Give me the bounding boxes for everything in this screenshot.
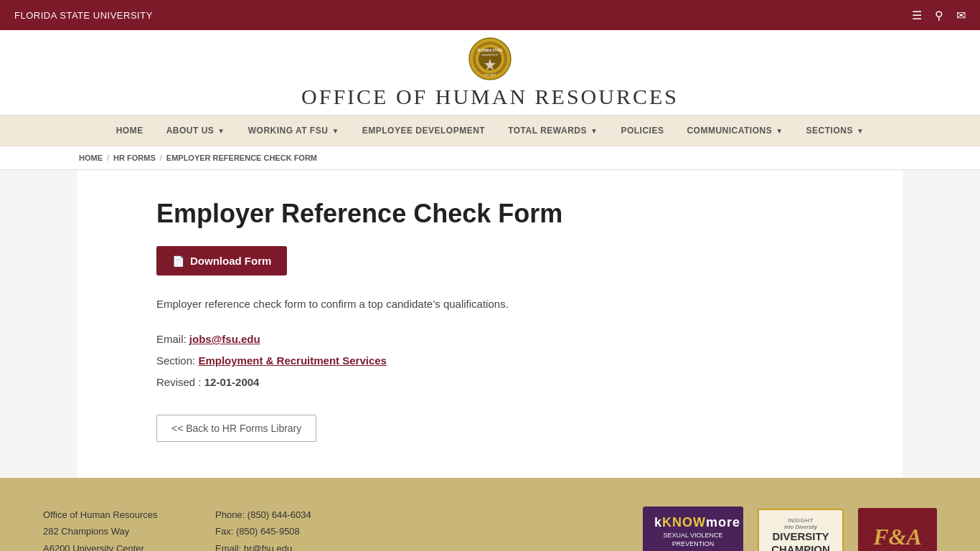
footer-phone-section: Phone: (850) 644-6034 Fax: (850) 645-950… (215, 507, 359, 551)
diversity-badge[interactable]: INSIGHT Into Diversity DIVERSITY CHAMPIO… (758, 509, 844, 551)
nav-item-communications[interactable]: COMMUNICATIONS ▼ (675, 116, 794, 146)
nav-link-communications[interactable]: COMMUNICATIONS ▼ (675, 116, 794, 146)
mail-icon[interactable]: ✉ (956, 9, 966, 22)
nav-item-working[interactable]: WORKING AT FSU ▼ (237, 116, 351, 146)
revised-label: Revised : (156, 376, 202, 388)
nav-item-about[interactable]: ABOUT US ▼ (155, 116, 237, 146)
revised-date: 12-01-2004 (204, 376, 260, 388)
download-form-button[interactable]: 📄 Download Form (156, 246, 287, 276)
footer-logos: kKNOWmore SEXUAL VIOLENCE PREVENTION AT … (643, 507, 937, 551)
svg-text:EST. 1851: EST. 1851 (484, 74, 496, 77)
section-label: Section: (156, 354, 195, 367)
nav-list: HOME ABOUT US ▼ WORKING AT FSU ▼ EMPLOYE… (0, 116, 980, 146)
chevron-down-icon: ▼ (857, 127, 864, 135)
footer-phone: Phone: (850) 644-6034 (215, 507, 359, 523)
breadcrumb-home-link[interactable]: HOME (79, 154, 103, 162)
header: FLORIDA STATE UNIVERSITY EST. 1851 OFFIC… (0, 30, 980, 115)
page-title: Employer Reference Check Form (156, 199, 824, 229)
breadcrumb-sep: / (107, 154, 109, 162)
nav-link-about[interactable]: ABOUT US ▼ (155, 116, 237, 146)
section-row: Section: Employment & Recruitment Servic… (156, 350, 824, 372)
hamburger-icon[interactable]: ☰ (912, 9, 922, 22)
meta-info: Email: jobs@fsu.edu Section: Employment … (156, 329, 824, 393)
footer-email-label: Email: (215, 543, 241, 551)
fsu-seal: FLORIDA STATE UNIVERSITY EST. 1851 (468, 37, 512, 80)
main-content: Employer Reference Check Form 📄 Download… (77, 170, 903, 478)
knowmore-subtitle: SEXUAL VIOLENCE PREVENTION (654, 532, 732, 548)
svg-text:FLORIDA STATE: FLORIDA STATE (477, 49, 502, 52)
nav-item-home[interactable]: HOME (105, 116, 155, 146)
header-title: OFFICE OF HUMAN RESOURCES (301, 85, 679, 109)
footer-email: Email: hr@fsu.edu (215, 540, 359, 551)
svg-text:UNIVERSITY: UNIVERSITY (481, 53, 499, 57)
knowmore-title: kKNOWmore (654, 515, 732, 530)
diversity-top: INSIGHT (769, 517, 832, 524)
breadcrumb-sep2: / (160, 154, 162, 162)
footer-email-address: hr@fsu.edu (244, 543, 292, 551)
email-link[interactable]: jobs@fsu.edu (189, 333, 260, 345)
revised-row: Revised : 12-01-2004 (156, 372, 824, 393)
back-to-hr-forms-button[interactable]: << Back to HR Forms Library (156, 415, 316, 442)
phone-number: (850) 644-6034 (248, 509, 311, 520)
footer-address1: 282 Champions Way (43, 523, 187, 540)
chevron-down-icon: ▼ (331, 127, 339, 135)
knowmore-badge[interactable]: kKNOWmore SEXUAL VIOLENCE PREVENTION AT … (643, 507, 743, 551)
email-row: Email: jobs@fsu.edu (156, 329, 824, 350)
nav-link-sections[interactable]: SECTIONS ▼ (795, 116, 876, 146)
fax-number: (850) 645-9508 (236, 526, 300, 537)
footer-contact: Office of Human Resources 282 Champions … (43, 507, 187, 551)
knowmore-highlight: KNOW (662, 515, 706, 529)
nav-item-employee-dev[interactable]: EMPLOYEE DEVELOPMENT (351, 116, 496, 146)
chevron-down-icon: ▼ (590, 127, 598, 135)
university-name: FLORIDA STATE UNIVERSITY (14, 10, 153, 21)
chevron-down-icon: ▼ (776, 127, 783, 135)
download-icon: 📄 (172, 255, 184, 267)
footer: Office of Human Resources 282 Champions … (0, 478, 980, 551)
nav-item-policies[interactable]: POLICIES (609, 116, 675, 146)
footer-fax: Fax: (850) 645-9508 (215, 523, 359, 540)
nav-item-sections[interactable]: SECTIONS ▼ (795, 116, 876, 146)
diversity-main: DIVERSITY CHAMPION (769, 530, 832, 551)
breadcrumb-hr-forms-link[interactable]: HR FORMS (113, 154, 156, 162)
top-bar-icons: ☰ ⚲ ✉ (912, 9, 966, 22)
breadcrumb: HOME / HR FORMS / EMPLOYER REFERENCE CHE… (0, 146, 980, 170)
search-icon[interactable]: ⚲ (935, 9, 943, 22)
form-description: Employer reference check form to confirm… (156, 296, 824, 313)
nav-link-total-rewards[interactable]: TOTAL REWARDS ▼ (496, 116, 609, 146)
fax-label: Fax: (215, 526, 233, 537)
phone-label: Phone: (215, 509, 245, 520)
top-bar: FLORIDA STATE UNIVERSITY ☰ ⚲ ✉ (0, 0, 980, 30)
nav-link-employee-dev[interactable]: EMPLOYEE DEVELOPMENT (351, 116, 496, 146)
diversity-into: Into Diversity (769, 524, 832, 530)
nav-link-working[interactable]: WORKING AT FSU ▼ (237, 116, 351, 146)
download-btn-label: Download Form (190, 255, 271, 267)
footer-office-name: Office of Human Resources (43, 507, 187, 523)
chevron-down-icon: ▼ (217, 127, 225, 135)
section-link[interactable]: Employment & Recruitment Services (198, 354, 387, 367)
footer-address2: A6200 University Center (43, 540, 187, 551)
nav-link-home[interactable]: HOME (105, 116, 155, 146)
email-label: Email: (156, 333, 187, 345)
nav-link-policies[interactable]: POLICIES (609, 116, 675, 146)
nav-item-total-rewards[interactable]: TOTAL REWARDS ▼ (496, 116, 609, 146)
main-nav: HOME ABOUT US ▼ WORKING AT FSU ▼ EMPLOYE… (0, 115, 980, 146)
breadcrumb-current: EMPLOYER REFERENCE CHECK FORM (166, 154, 317, 162)
fa-badge[interactable]: F&A (858, 508, 937, 551)
fa-label: F&A (873, 524, 922, 550)
